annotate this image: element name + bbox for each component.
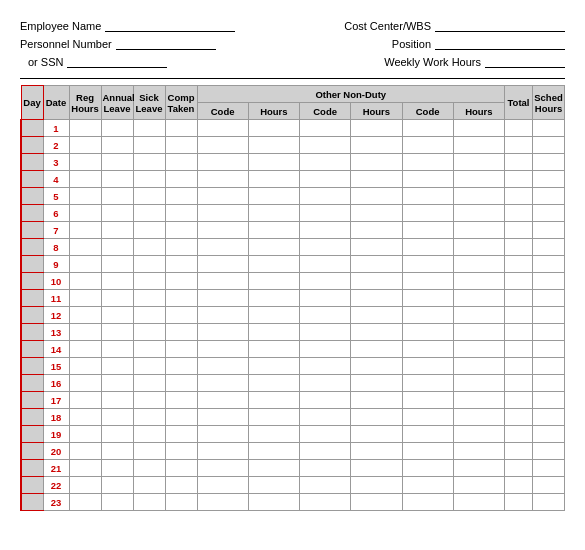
data-cell[interactable] bbox=[197, 188, 248, 205]
data-cell[interactable] bbox=[133, 290, 165, 307]
date-number[interactable]: 9 bbox=[43, 256, 69, 273]
data-cell[interactable] bbox=[453, 222, 504, 239]
data-cell[interactable] bbox=[165, 375, 197, 392]
data-cell[interactable] bbox=[351, 460, 402, 477]
data-cell[interactable] bbox=[165, 477, 197, 494]
data-cell[interactable] bbox=[133, 307, 165, 324]
date-number[interactable]: 2 bbox=[43, 137, 69, 154]
data-cell[interactable] bbox=[197, 171, 248, 188]
data-cell[interactable] bbox=[505, 154, 533, 171]
data-cell[interactable] bbox=[300, 409, 351, 426]
data-cell[interactable] bbox=[505, 477, 533, 494]
data-cell[interactable] bbox=[505, 307, 533, 324]
data-cell[interactable] bbox=[165, 324, 197, 341]
data-cell[interactable] bbox=[505, 409, 533, 426]
data-cell[interactable] bbox=[133, 409, 165, 426]
date-number[interactable]: 1 bbox=[43, 120, 69, 137]
data-cell[interactable] bbox=[101, 494, 133, 511]
data-cell[interactable] bbox=[351, 188, 402, 205]
data-cell[interactable] bbox=[69, 477, 101, 494]
data-cell[interactable] bbox=[197, 477, 248, 494]
data-cell[interactable] bbox=[101, 341, 133, 358]
data-cell[interactable] bbox=[197, 358, 248, 375]
data-cell[interactable] bbox=[351, 222, 402, 239]
data-cell[interactable] bbox=[453, 409, 504, 426]
data-cell[interactable] bbox=[402, 256, 453, 273]
data-cell[interactable] bbox=[101, 137, 133, 154]
data-cell[interactable] bbox=[351, 392, 402, 409]
data-cell[interactable] bbox=[165, 154, 197, 171]
data-cell[interactable] bbox=[533, 188, 565, 205]
date-number[interactable]: 15 bbox=[43, 358, 69, 375]
data-cell[interactable] bbox=[69, 256, 101, 273]
data-cell[interactable] bbox=[300, 443, 351, 460]
data-cell[interactable] bbox=[505, 120, 533, 137]
data-cell[interactable] bbox=[402, 154, 453, 171]
data-cell[interactable] bbox=[453, 460, 504, 477]
data-cell[interactable] bbox=[133, 205, 165, 222]
data-cell[interactable] bbox=[133, 358, 165, 375]
data-cell[interactable] bbox=[165, 409, 197, 426]
data-cell[interactable] bbox=[402, 460, 453, 477]
data-cell[interactable] bbox=[165, 426, 197, 443]
data-cell[interactable] bbox=[533, 477, 565, 494]
data-cell[interactable] bbox=[533, 171, 565, 188]
data-cell[interactable] bbox=[351, 120, 402, 137]
data-cell[interactable] bbox=[402, 205, 453, 222]
data-cell[interactable] bbox=[300, 460, 351, 477]
data-cell[interactable] bbox=[101, 120, 133, 137]
data-cell[interactable] bbox=[69, 324, 101, 341]
data-cell[interactable] bbox=[351, 154, 402, 171]
data-cell[interactable] bbox=[351, 290, 402, 307]
data-cell[interactable] bbox=[300, 239, 351, 256]
date-number[interactable]: 12 bbox=[43, 307, 69, 324]
data-cell[interactable] bbox=[505, 188, 533, 205]
data-cell[interactable] bbox=[533, 290, 565, 307]
data-cell[interactable] bbox=[248, 273, 299, 290]
data-cell[interactable] bbox=[300, 426, 351, 443]
data-cell[interactable] bbox=[101, 409, 133, 426]
data-cell[interactable] bbox=[402, 341, 453, 358]
data-cell[interactable] bbox=[402, 358, 453, 375]
data-cell[interactable] bbox=[69, 460, 101, 477]
data-cell[interactable] bbox=[533, 239, 565, 256]
date-number[interactable]: 5 bbox=[43, 188, 69, 205]
data-cell[interactable] bbox=[248, 477, 299, 494]
data-cell[interactable] bbox=[101, 239, 133, 256]
data-cell[interactable] bbox=[505, 341, 533, 358]
data-cell[interactable] bbox=[248, 120, 299, 137]
employee-name-field[interactable] bbox=[105, 18, 235, 32]
data-cell[interactable] bbox=[453, 443, 504, 460]
data-cell[interactable] bbox=[197, 222, 248, 239]
data-cell[interactable] bbox=[69, 392, 101, 409]
data-cell[interactable] bbox=[165, 392, 197, 409]
data-cell[interactable] bbox=[533, 460, 565, 477]
data-cell[interactable] bbox=[101, 358, 133, 375]
data-cell[interactable] bbox=[402, 409, 453, 426]
data-cell[interactable] bbox=[69, 171, 101, 188]
data-cell[interactable] bbox=[533, 409, 565, 426]
data-cell[interactable] bbox=[197, 307, 248, 324]
data-cell[interactable] bbox=[533, 120, 565, 137]
data-cell[interactable] bbox=[248, 239, 299, 256]
data-cell[interactable] bbox=[300, 205, 351, 222]
data-cell[interactable] bbox=[533, 443, 565, 460]
data-cell[interactable] bbox=[69, 273, 101, 290]
data-cell[interactable] bbox=[165, 188, 197, 205]
data-cell[interactable] bbox=[69, 494, 101, 511]
data-cell[interactable] bbox=[69, 341, 101, 358]
data-cell[interactable] bbox=[248, 154, 299, 171]
data-cell[interactable] bbox=[248, 137, 299, 154]
data-cell[interactable] bbox=[453, 188, 504, 205]
data-cell[interactable] bbox=[453, 154, 504, 171]
data-cell[interactable] bbox=[533, 392, 565, 409]
date-number[interactable]: 13 bbox=[43, 324, 69, 341]
data-cell[interactable] bbox=[453, 341, 504, 358]
data-cell[interactable] bbox=[300, 341, 351, 358]
data-cell[interactable] bbox=[351, 341, 402, 358]
data-cell[interactable] bbox=[101, 460, 133, 477]
data-cell[interactable] bbox=[505, 171, 533, 188]
data-cell[interactable] bbox=[101, 375, 133, 392]
data-cell[interactable] bbox=[133, 375, 165, 392]
data-cell[interactable] bbox=[533, 256, 565, 273]
